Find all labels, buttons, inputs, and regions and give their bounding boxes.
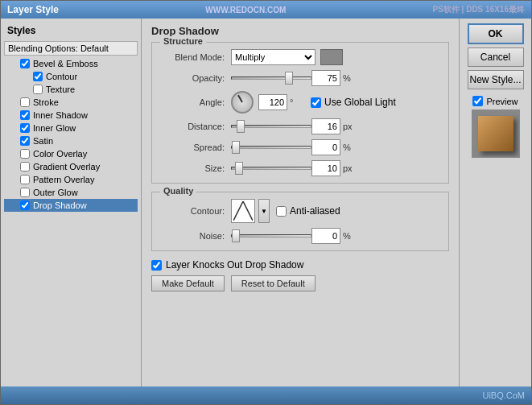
quality-label: Quality [160, 186, 196, 196]
opacity-unit: % [343, 73, 359, 83]
noise-input[interactable] [311, 228, 340, 244]
sidebar-item-outer-glow[interactable]: Outer Glow [4, 186, 138, 199]
opacity-slider[interactable] [231, 72, 311, 84]
inner-shadow-checkbox[interactable] [20, 110, 30, 120]
structure-section: Structure Blend Mode: Normal Multiply Sc… [151, 42, 449, 184]
contour-dropdown-button[interactable]: ▼ [258, 199, 270, 223]
bottom-bar-text: UiBQ.CoM [482, 391, 525, 400]
sidebar-item-gradient-overlay[interactable]: Gradient Overlay [4, 160, 138, 173]
blending-options-label[interactable]: Blending Options: Default [4, 41, 138, 56]
outer-glow-checkbox[interactable] [20, 188, 30, 197]
window-title: Layer Style [7, 4, 59, 15]
use-global-light-label: Use Global Light [324, 97, 396, 108]
spread-label: Spread: [160, 143, 225, 152]
distance-unit: px [343, 122, 359, 131]
blend-mode-row: Blend Mode: Normal Multiply Screen Overl… [160, 49, 440, 65]
texture-checkbox[interactable] [33, 85, 43, 94]
distance-row: Distance: px [160, 118, 440, 134]
sidebar-item-drop-shadow[interactable]: Drop Shadow [4, 199, 138, 212]
noise-row: Noise: % [160, 228, 440, 244]
sidebar-item-pattern-overlay[interactable]: Pattern Overlay [4, 173, 138, 186]
ok-button[interactable]: OK [468, 23, 524, 44]
new-style-button[interactable]: New Style... [468, 70, 524, 89]
quality-section: Quality Contour: ▼ Anti-aliased [151, 192, 449, 251]
bevel-emboss-label: Bevel & Emboss [33, 59, 98, 68]
sidebar-item-inner-glow[interactable]: Inner Glow [4, 122, 138, 134]
stroke-checkbox[interactable] [20, 97, 30, 107]
bevel-emboss-checkbox[interactable] [20, 59, 30, 68]
gradient-overlay-label: Gradient Overlay [33, 162, 100, 172]
angle-unit: ° [290, 97, 306, 107]
inner-glow-label: Inner Glow [33, 123, 76, 133]
contour-checkbox[interactable] [33, 72, 43, 81]
satin-checkbox[interactable] [20, 136, 30, 146]
spread-slider[interactable] [231, 142, 311, 153]
layer-style-window: Layer Style WWW.REDOCN.COM PS软件 | DDS 16… [0, 0, 532, 405]
noise-slider[interactable] [231, 230, 311, 242]
anti-aliased-row: Anti-aliased [276, 205, 340, 217]
make-default-button[interactable]: Make Default [151, 275, 225, 291]
sidebar-item-texture[interactable]: Texture [4, 83, 138, 96]
distance-label: Distance: [160, 122, 225, 131]
angle-dial[interactable] [231, 91, 254, 114]
reset-to-default-button[interactable]: Reset to Default [231, 275, 315, 291]
size-slider[interactable] [231, 163, 311, 174]
distance-input[interactable] [311, 118, 340, 134]
spread-row: Spread: % [160, 139, 440, 155]
preview-checkbox[interactable] [472, 96, 483, 106]
drop-shadow-checkbox[interactable] [20, 200, 30, 210]
satin-label: Satin [33, 136, 53, 146]
blend-mode-select[interactable]: Normal Multiply Screen Overlay [231, 49, 315, 65]
contour-label: Contour [46, 72, 77, 81]
size-label: Size: [160, 163, 225, 173]
structure-label: Structure [160, 36, 206, 46]
noise-unit: % [343, 231, 359, 241]
sidebar-item-contour[interactable]: Contour [4, 70, 138, 83]
title-bar: Layer Style WWW.REDOCN.COM PS软件 | DDS 16… [1, 1, 531, 19]
color-overlay-label: Color Overlay [33, 149, 87, 159]
bottom-button-row: Make Default Reset to Default [151, 275, 449, 291]
opacity-row: Opacity: % [160, 70, 440, 86]
spread-unit: % [343, 143, 359, 152]
distance-slider[interactable] [231, 121, 311, 132]
layer-knocks-checkbox[interactable] [151, 260, 162, 271]
texture-label: Texture [46, 85, 75, 94]
title-bar-info: PS软件 | DDS 16X16最终 [432, 4, 525, 15]
noise-label: Noise: [160, 231, 225, 241]
sidebar-item-bevel-emboss[interactable]: Bevel & Emboss [4, 57, 138, 70]
preview-label: Preview [486, 97, 518, 106]
sidebar-item-inner-shadow[interactable]: Inner Shadow [4, 109, 138, 122]
inner-glow-checkbox[interactable] [20, 123, 30, 133]
cancel-button[interactable]: Cancel [468, 48, 524, 67]
pattern-overlay-label: Pattern Overlay [33, 175, 94, 184]
color-overlay-checkbox[interactable] [20, 149, 30, 159]
inner-shadow-label: Inner Shadow [33, 110, 88, 120]
use-global-light-row: Use Global Light [311, 97, 396, 108]
sidebar-item-stroke[interactable]: Stroke [4, 96, 138, 109]
anti-aliased-checkbox[interactable] [276, 206, 287, 217]
main-panel: Drop Shadow Structure Blend Mode: Normal… [142, 19, 459, 386]
left-panel: Styles Blending Options: Default Bevel &… [1, 19, 142, 386]
angle-input[interactable] [258, 94, 287, 110]
contour-thumbnail[interactable] [231, 199, 255, 223]
blend-mode-color-swatch[interactable] [320, 49, 343, 65]
watermark-text: WWW.REDOCN.COM [205, 6, 286, 14]
preview-thumbnail [478, 116, 513, 151]
layer-knocks-label: Layer Knocks Out Drop Shadow [166, 259, 303, 271]
anti-aliased-label: Anti-aliased [290, 205, 340, 217]
size-input[interactable] [311, 160, 340, 176]
spread-input[interactable] [311, 139, 340, 155]
contour-curve-icon [233, 201, 253, 221]
right-panel: OK Cancel New Style... Preview [459, 19, 531, 386]
outer-glow-label: Outer Glow [33, 188, 78, 197]
window-content: Styles Blending Options: Default Bevel &… [1, 19, 531, 386]
sidebar-item-satin[interactable]: Satin [4, 134, 138, 147]
gradient-overlay-checkbox[interactable] [20, 162, 30, 172]
bottom-bar: UiBQ.CoM [1, 386, 531, 404]
opacity-label: Opacity: [160, 73, 225, 83]
opacity-input[interactable] [311, 70, 340, 86]
use-global-light-checkbox[interactable] [311, 97, 321, 108]
layer-knocks-section: Layer Knocks Out Drop Shadow [151, 259, 449, 271]
sidebar-item-color-overlay[interactable]: Color Overlay [4, 147, 138, 160]
pattern-overlay-checkbox[interactable] [20, 175, 30, 184]
